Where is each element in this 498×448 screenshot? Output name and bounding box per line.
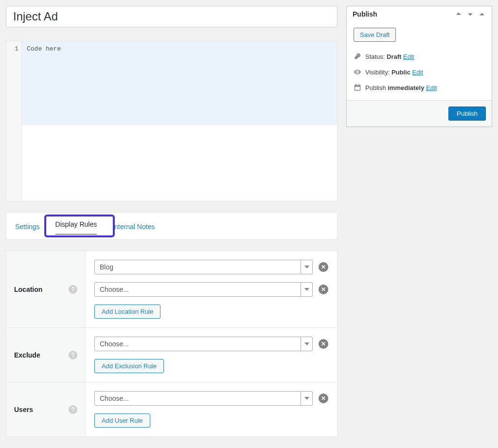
title-input[interactable] — [12, 9, 331, 24]
delete-rule-button[interactable]: ✕ — [319, 285, 328, 294]
move-up-icon[interactable] — [455, 10, 462, 18]
code-first-line[interactable]: Code here — [22, 41, 337, 125]
visibility-line: Visibility: Public Edit — [354, 64, 485, 80]
tab-display-rules[interactable]: Display Rules — [55, 218, 97, 234]
users-select-1[interactable]: Choose... — [94, 391, 313, 406]
move-down-icon[interactable] — [466, 10, 474, 18]
exclude-select-1[interactable]: Choose... — [94, 337, 313, 351]
location-select-2[interactable]: Choose... — [94, 282, 313, 297]
location-select-2-value: Choose... — [100, 286, 129, 293]
publish-button[interactable]: Publish — [448, 107, 486, 121]
rule-label-exclude: Exclude — [14, 351, 40, 359]
tab-settings[interactable]: Settings — [15, 221, 40, 233]
rule-row-location: Location ? Blog ✕ Choose... — [6, 251, 337, 328]
delete-rule-button[interactable]: ✕ — [319, 339, 328, 349]
edit-status-link[interactable]: Edit — [403, 53, 414, 60]
chevron-down-icon — [304, 342, 309, 345]
location-select-1-value: Blog — [100, 263, 113, 271]
code-rest[interactable] — [22, 125, 337, 201]
edit-schedule-link[interactable]: Edit — [426, 84, 437, 91]
help-icon[interactable]: ? — [69, 285, 77, 294]
line-number: 1 — [15, 45, 18, 53]
rule-row-exclude: Exclude ? Choose... ✕ Add Exclusion Rule — [6, 328, 337, 382]
schedule-line: Publish immediately Edit — [354, 80, 485, 95]
schedule-value: immediately — [388, 84, 424, 91]
add-location-rule-button[interactable]: Add Location Rule — [94, 305, 160, 319]
rule-label-location: Location — [14, 286, 42, 293]
exclude-select-1-value: Choose... — [100, 340, 129, 348]
add-user-rule-button[interactable]: Add User Rule — [94, 413, 150, 428]
visibility-label: Visibility: — [365, 69, 391, 76]
line-gutter: 1 — [6, 41, 22, 201]
publish-box: Publish Save Draft Status: Draft Edit — [346, 6, 492, 127]
add-exclusion-rule-button[interactable]: Add Exclusion Rule — [94, 359, 164, 373]
edit-visibility-link[interactable]: Edit — [412, 69, 423, 76]
tab-internal-notes[interactable]: Internal Notes — [112, 221, 155, 233]
location-select-1[interactable]: Blog — [94, 260, 313, 274]
chevron-down-icon — [304, 397, 309, 400]
visibility-icon — [354, 68, 361, 76]
title-wrapper — [6, 6, 338, 27]
chevron-down-icon — [304, 266, 309, 269]
help-icon[interactable]: ? — [69, 405, 77, 414]
help-icon[interactable]: ? — [69, 351, 77, 359]
code-editor[interactable]: 1 Code here — [6, 41, 338, 201]
save-draft-button[interactable]: Save Draft — [354, 28, 396, 42]
schedule-label: Publish — [365, 84, 388, 91]
status-line: Status: Draft Edit — [354, 49, 485, 64]
delete-rule-button[interactable]: ✕ — [319, 262, 328, 272]
rules-panel: Location ? Blog ✕ Choose... — [6, 251, 338, 437]
status-label: Status: — [365, 53, 387, 60]
visibility-value: Public — [391, 69, 410, 76]
rule-label-users: Users — [14, 406, 33, 413]
delete-rule-button[interactable]: ✕ — [319, 394, 328, 403]
rule-row-users: Users ? Choose... ✕ Add User Rule — [6, 382, 337, 436]
users-select-1-value: Choose... — [100, 394, 129, 402]
toggle-panel-icon[interactable] — [478, 10, 486, 18]
key-icon — [354, 53, 361, 60]
calendar-icon — [354, 84, 361, 91]
chevron-down-icon — [304, 288, 309, 291]
tabs-container: Settings Display Rules Internal Notes — [6, 212, 338, 240]
publish-box-title: Publish — [353, 10, 377, 18]
status-value: Draft — [387, 53, 401, 60]
